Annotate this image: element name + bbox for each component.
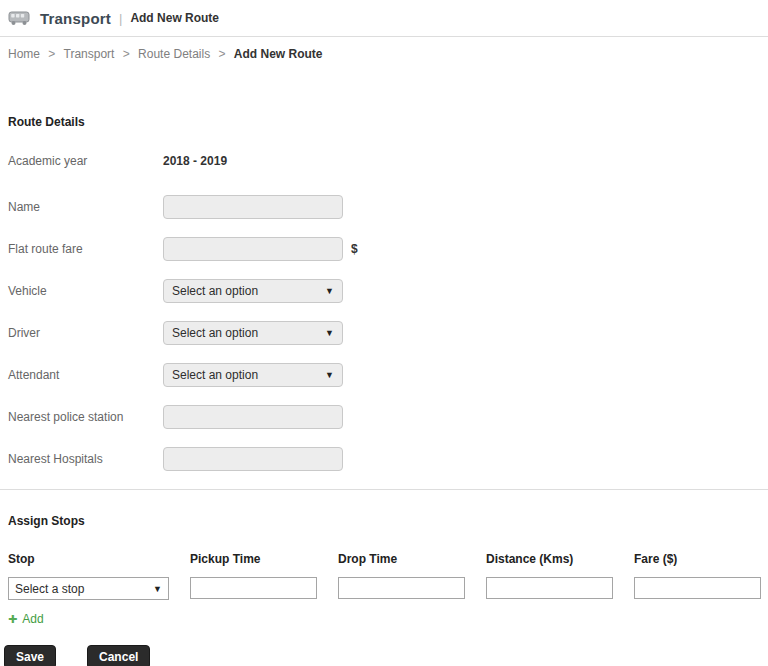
vehicle-select-value: Select an option	[172, 284, 258, 298]
fare-cell	[634, 577, 768, 600]
driver-select[interactable]: Select an option ▼	[163, 321, 343, 345]
chevron-down-icon: ▼	[325, 370, 334, 380]
vehicle-label: Vehicle	[8, 284, 163, 298]
chevron-down-icon: ▼	[153, 584, 162, 594]
bus-icon	[8, 10, 30, 26]
attendant-row: Attendant Select an option ▼	[8, 363, 760, 387]
fare-column-header: Fare ($)	[634, 552, 768, 566]
attendant-select-value: Select an option	[172, 368, 258, 382]
cancel-button[interactable]: Cancel	[87, 645, 150, 666]
distance-cell	[486, 577, 634, 600]
section-divider	[0, 489, 768, 490]
chevron-down-icon: ▼	[325, 328, 334, 338]
currency-symbol: $	[351, 242, 358, 256]
app-header: Transport | Add New Route	[0, 0, 768, 37]
name-row: Name	[8, 195, 760, 219]
nearest-hospitals-row: Nearest Hospitals	[8, 447, 760, 471]
pickup-time-input[interactable]	[190, 577, 317, 599]
assign-stops-heading: Assign Stops	[8, 514, 760, 528]
breadcrumb-transport[interactable]: Transport	[64, 47, 115, 61]
breadcrumb-separator: >	[48, 47, 55, 61]
actions-row: Save Cancel	[4, 645, 760, 666]
driver-label: Driver	[8, 326, 163, 340]
pickup-time-column-header: Pickup Time	[190, 552, 338, 566]
breadcrumb-current: Add New Route	[234, 47, 323, 61]
flat-route-fare-row: Flat route fare $	[8, 237, 760, 261]
nearest-hospitals-input[interactable]	[163, 447, 343, 471]
nearest-police-station-label: Nearest police station	[8, 410, 163, 424]
main-content: Route Details Academic year 2018 - 2019 …	[0, 115, 768, 666]
nearest-police-station-row: Nearest police station	[8, 405, 760, 429]
save-button[interactable]: Save	[4, 645, 56, 666]
pickup-time-cell	[190, 577, 338, 600]
stops-header-row: Stop Pickup Time Drop Time Distance (Kms…	[8, 552, 760, 566]
attendant-label: Attendant	[8, 368, 163, 382]
academic-year-label: Academic year	[8, 154, 163, 168]
fare-input[interactable]	[634, 577, 761, 599]
breadcrumb-home[interactable]: Home	[8, 47, 40, 61]
stops-row: Select a stop ▼	[8, 577, 760, 600]
stop-select[interactable]: Select a stop ▼	[8, 577, 169, 600]
stop-cell: Select a stop ▼	[8, 577, 190, 600]
breadcrumb: Home > Transport > Route Details > Add N…	[0, 37, 768, 71]
breadcrumb-separator: >	[219, 47, 226, 61]
stop-select-value: Select a stop	[15, 582, 84, 596]
distance-column-header: Distance (Kms)	[486, 552, 634, 566]
stop-column-header: Stop	[8, 552, 190, 566]
nearest-hospitals-label: Nearest Hospitals	[8, 452, 163, 466]
add-stop-label: Add	[22, 612, 43, 626]
vehicle-row: Vehicle Select an option ▼	[8, 279, 760, 303]
name-label: Name	[8, 200, 163, 214]
academic-year-row: Academic year 2018 - 2019	[8, 149, 760, 173]
drop-time-cell	[338, 577, 486, 600]
plus-icon: ✚	[8, 612, 17, 626]
driver-row: Driver Select an option ▼	[8, 321, 760, 345]
drop-time-column-header: Drop Time	[338, 552, 486, 566]
name-input[interactable]	[163, 195, 343, 219]
distance-input[interactable]	[486, 577, 613, 599]
chevron-down-icon: ▼	[325, 286, 334, 296]
flat-route-fare-input[interactable]	[163, 237, 343, 261]
nearest-police-station-input[interactable]	[163, 405, 343, 429]
driver-select-value: Select an option	[172, 326, 258, 340]
drop-time-input[interactable]	[338, 577, 465, 599]
app-title: Transport	[40, 10, 111, 27]
academic-year-value: 2018 - 2019	[163, 154, 227, 168]
title-separator: |	[119, 11, 122, 26]
add-stop-link[interactable]: ✚ Add	[8, 612, 44, 626]
breadcrumb-route-details[interactable]: Route Details	[138, 47, 210, 61]
breadcrumb-separator: >	[123, 47, 130, 61]
page-title: Add New Route	[130, 11, 219, 25]
route-details-heading: Route Details	[8, 115, 760, 129]
vehicle-select[interactable]: Select an option ▼	[163, 279, 343, 303]
flat-route-fare-label: Flat route fare	[8, 242, 163, 256]
attendant-select[interactable]: Select an option ▼	[163, 363, 343, 387]
